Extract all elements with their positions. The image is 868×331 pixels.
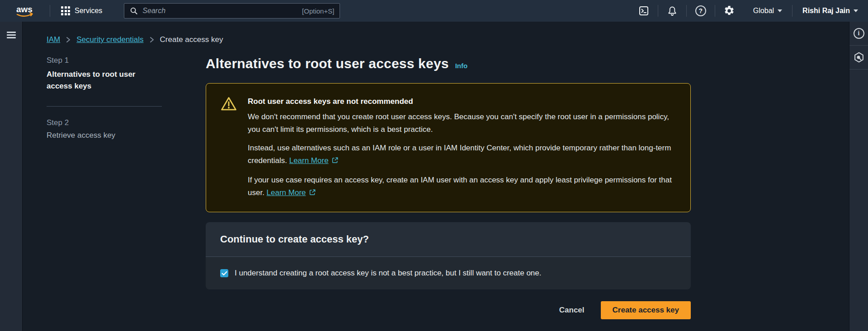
services-label: Services	[75, 7, 102, 15]
aws-logo-icon: aws	[14, 4, 35, 18]
hexagon-icon	[853, 51, 865, 63]
bell-icon	[667, 5, 678, 16]
breadcrumb-chevron-icon	[66, 37, 71, 43]
cloudshell-button[interactable]	[630, 0, 658, 22]
services-menu-button[interactable]: Services	[50, 0, 113, 22]
topbar-right-controls: ? Global Rishi Raj Jain	[630, 0, 868, 22]
checkmark-icon	[222, 271, 227, 276]
step-1-title[interactable]: Alternatives to root user access keys	[47, 69, 151, 93]
warning-paragraph-1: We don't recommend that you create root …	[248, 111, 672, 136]
confirm-panel-title: Continue to create access key?	[220, 233, 676, 245]
confirm-panel-header: Continue to create access key?	[206, 222, 691, 257]
caret-down-icon	[778, 9, 782, 12]
external-link-icon	[309, 187, 316, 200]
external-link-icon	[331, 155, 339, 168]
search-icon	[130, 7, 138, 15]
info-link[interactable]: Info	[455, 62, 468, 70]
confirm-checkbox[interactable]	[220, 269, 228, 277]
warning-alert: Root user access keys are not recommende…	[206, 83, 691, 212]
main-content-area: IAM Security credentials Create access k…	[23, 22, 849, 331]
wizard-step-content: Alternatives to root user access keys In…	[206, 56, 691, 319]
page-title: Alternatives to root user access keys	[206, 56, 449, 71]
gear-icon	[724, 5, 735, 16]
wizard-steps-nav: Step 1 Alternatives to root user access …	[47, 56, 182, 319]
info-icon: i	[854, 28, 864, 39]
breadcrumb-current: Create access key	[160, 35, 223, 44]
right-tools-rail: i	[849, 22, 868, 331]
create-access-key-button[interactable]: Create access key	[601, 301, 691, 319]
warning-paragraph-3: If your use case requires an access key,…	[248, 174, 672, 200]
confirm-checkbox-label[interactable]: I understand creating a root access key …	[235, 269, 541, 278]
region-label: Global	[753, 7, 774, 15]
info-panel-toggle[interactable]: i	[849, 22, 868, 46]
step-2-label: Step 2	[47, 118, 182, 127]
search-box[interactable]: [Option+S]	[124, 3, 340, 19]
user-name: Rishi Raj Jain	[802, 7, 850, 15]
cancel-button[interactable]: Cancel	[559, 306, 585, 315]
learn-more-link-2[interactable]: Learn More	[267, 188, 306, 197]
region-selector[interactable]: Global	[743, 0, 792, 22]
confirm-panel: Continue to create access key? I underst…	[206, 222, 691, 289]
step-2-title[interactable]: Retrieve access key	[47, 131, 182, 140]
warning-title: Root user access keys are not recommende…	[248, 95, 672, 108]
help-button[interactable]: ?	[687, 0, 715, 22]
breadcrumb-link-iam[interactable]: IAM	[47, 35, 60, 44]
hamburger-menu-icon[interactable]	[7, 32, 22, 38]
step-1-label: Step 1	[47, 56, 182, 65]
left-navigation-rail	[0, 22, 23, 331]
notifications-button[interactable]	[658, 0, 686, 22]
aws-logo[interactable]: aws	[0, 0, 50, 22]
wizard-actions: Cancel Create access key	[206, 301, 691, 319]
top-navigation-bar: aws Services [Option+S]	[0, 0, 868, 22]
breadcrumb-link-security-credentials[interactable]: Security credentials	[76, 35, 143, 44]
warning-triangle-icon	[221, 95, 237, 200]
learn-more-link-1[interactable]: Learn More	[289, 156, 329, 165]
search-input[interactable]	[142, 7, 297, 15]
hexagon-panel-toggle[interactable]	[849, 46, 868, 70]
caret-down-icon	[854, 9, 858, 12]
breadcrumb: IAM Security credentials Create access k…	[23, 22, 849, 44]
question-mark-icon: ?	[695, 5, 706, 16]
cloudshell-terminal-icon	[638, 5, 649, 16]
search-shortcut-hint: [Option+S]	[302, 7, 334, 15]
account-menu[interactable]: Rishi Raj Jain	[793, 0, 868, 22]
services-grid-icon	[61, 6, 70, 15]
confirm-panel-body: I understand creating a root access key …	[206, 257, 691, 289]
steps-divider	[47, 106, 162, 107]
settings-button[interactable]	[715, 0, 743, 22]
breadcrumb-chevron-icon	[149, 37, 155, 43]
warning-paragraph-2: Instead, use alternatives such as an IAM…	[248, 142, 672, 168]
